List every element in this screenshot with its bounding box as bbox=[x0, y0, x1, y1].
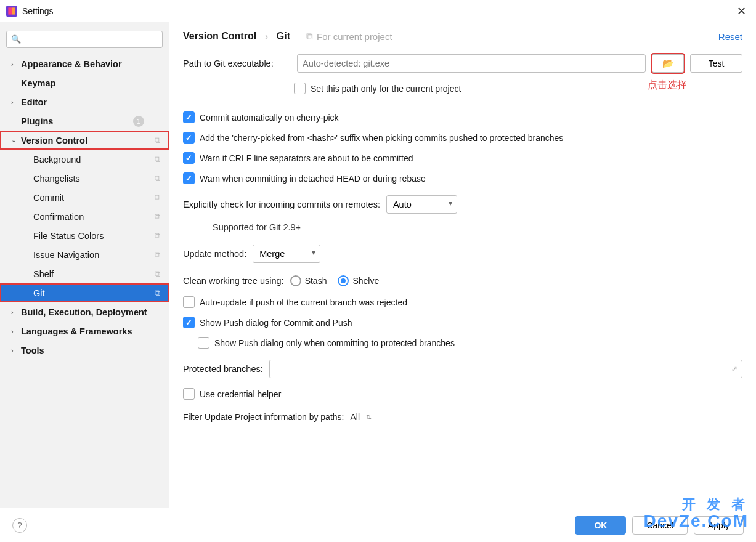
copy-icon: ⧉ bbox=[155, 231, 160, 241]
chevron-icon: › bbox=[11, 60, 18, 68]
explicit-label: Explicitly check for incoming commits on… bbox=[183, 200, 380, 209]
annotation-text: 点击选择 bbox=[648, 79, 687, 92]
tree-label: Languages & Frameworks bbox=[21, 326, 132, 336]
tree-label: Background bbox=[33, 155, 81, 164]
suffix-row: Add the 'cherry-picked from <hash>' suff… bbox=[183, 132, 742, 144]
tree-item-changelists[interactable]: Changelists⧉ bbox=[0, 169, 169, 188]
tree-label: Tools bbox=[21, 346, 44, 355]
tree-label: Shelf bbox=[33, 269, 54, 279]
suffix-checkbox[interactable] bbox=[183, 132, 195, 144]
browse-button[interactable]: 📂 bbox=[652, 54, 684, 73]
tree-item-build-execution-deployment[interactable]: ›Build, Execution, Deployment bbox=[0, 302, 169, 322]
explicit-row: Explicitly check for incoming commits on… bbox=[183, 195, 742, 214]
clean-tree-label: Clean working tree using: bbox=[183, 276, 284, 286]
tree-label: Issue Navigation bbox=[33, 250, 99, 260]
titlebar: Settings ✕ bbox=[0, 0, 756, 22]
chevron-icon: › bbox=[11, 347, 18, 354]
tree-item-issue-navigation[interactable]: Issue Navigation⧉ bbox=[0, 245, 169, 264]
autoupdate-checkbox[interactable] bbox=[183, 296, 195, 308]
test-button[interactable]: Test bbox=[690, 54, 742, 73]
tree-item-tools[interactable]: ›Tools bbox=[0, 341, 169, 360]
copy-icon: ⧉ bbox=[155, 250, 160, 260]
tree-label: Confirmation bbox=[33, 212, 84, 222]
git-path-label: Path to Git executable: bbox=[183, 59, 291, 68]
chevron-icon: › bbox=[11, 309, 18, 316]
tree-item-keymap[interactable]: Keymap bbox=[0, 73, 169, 92]
tree-label: Appearance & Behavior bbox=[21, 59, 122, 69]
crlf-row: Warn if CRLF line separators are about t… bbox=[183, 152, 742, 164]
expand-icon[interactable]: ⤢ bbox=[731, 365, 738, 373]
set-path-current-label: Set this path only for the current proje… bbox=[311, 84, 461, 94]
detached-label: Warn when committing in detached HEAD or… bbox=[200, 174, 426, 184]
tree-label: Editor bbox=[21, 97, 47, 107]
copy-icon: ⧉ bbox=[155, 212, 160, 222]
updown-icon[interactable]: ⇅ bbox=[366, 413, 372, 421]
app-icon bbox=[6, 6, 17, 17]
autoupdate-label: Auto-update if push of the current branc… bbox=[200, 297, 407, 307]
tree-item-confirmation[interactable]: Confirmation⧉ bbox=[0, 207, 169, 226]
filter-row: Filter Update Project information by pat… bbox=[183, 412, 742, 422]
filter-value[interactable]: All bbox=[350, 412, 360, 422]
search-wrap: 🔍 bbox=[0, 28, 169, 54]
folder-icon: 📂 bbox=[662, 58, 674, 69]
tree-item-commit[interactable]: Commit⧉ bbox=[0, 188, 169, 207]
tree-item-shelf[interactable]: Shelf⧉ bbox=[0, 264, 169, 283]
credhelper-label: Use credential helper bbox=[200, 389, 281, 399]
stash-label: Stash bbox=[305, 276, 327, 286]
scope-label: ⧉ For current project bbox=[306, 31, 392, 42]
tree-item-file-status-colors[interactable]: File Status Colors⧉ bbox=[0, 226, 169, 245]
tree-item-plugins[interactable]: Plugins1 bbox=[0, 111, 169, 131]
showpush-checkbox[interactable] bbox=[183, 317, 195, 328]
cherry-pick-checkbox[interactable] bbox=[183, 111, 195, 123]
protected-branches-input[interactable] bbox=[269, 360, 742, 378]
showpush-protected-checkbox[interactable] bbox=[198, 337, 209, 349]
tree-item-editor[interactable]: ›Editor bbox=[0, 92, 169, 111]
credhelper-row: Use credential helper bbox=[183, 388, 742, 400]
suffix-label: Add the 'cherry-picked from <hash>' suff… bbox=[200, 133, 563, 143]
detached-checkbox[interactable] bbox=[183, 172, 195, 184]
tree-item-git[interactable]: Git⧉ bbox=[0, 283, 169, 302]
git-path-row: Path to Git executable: 📂 Test bbox=[183, 54, 742, 73]
credhelper-checkbox[interactable] bbox=[183, 388, 195, 400]
reset-link[interactable]: Reset bbox=[718, 31, 742, 42]
tree-item-appearance-behavior[interactable]: ›Appearance & Behavior bbox=[0, 54, 169, 73]
breadcrumb-root[interactable]: Version Control bbox=[183, 31, 256, 42]
close-icon[interactable]: ✕ bbox=[733, 4, 750, 18]
update-method-select[interactable]: Merge bbox=[253, 245, 320, 263]
footer: ? OK Cancel Apply bbox=[0, 508, 756, 542]
copy-icon: ⧉ bbox=[155, 136, 160, 145]
copy-icon: ⧉ bbox=[155, 269, 160, 279]
help-button[interactable]: ? bbox=[12, 518, 27, 533]
copy-icon: ⧉ bbox=[155, 174, 160, 184]
tree-label: Version Control bbox=[21, 136, 87, 145]
shelve-radio[interactable] bbox=[338, 275, 349, 286]
set-path-current-checkbox[interactable] bbox=[294, 83, 306, 94]
badge: 1 bbox=[133, 116, 144, 127]
stash-radio[interactable] bbox=[290, 275, 301, 286]
explicit-select[interactable]: Auto bbox=[386, 195, 457, 214]
update-method-row: Update method: Merge bbox=[183, 245, 742, 263]
showpush-protected-label: Show Push dialog only when committing to… bbox=[214, 338, 455, 348]
cherry-pick-label: Commit automatically on cherry-pick bbox=[200, 113, 339, 123]
tree-item-version-control[interactable]: ⌄Version Control⧉ bbox=[0, 131, 169, 150]
tree-label: Keymap bbox=[21, 78, 55, 88]
crlf-checkbox[interactable] bbox=[183, 152, 195, 164]
detached-row: Warn when committing in detached HEAD or… bbox=[183, 172, 742, 184]
copy-icon: ⧉ bbox=[155, 193, 160, 203]
cancel-button[interactable]: Cancel bbox=[632, 516, 688, 535]
tree-item-languages-frameworks[interactable]: ›Languages & Frameworks bbox=[0, 322, 169, 341]
search-icon: 🔍 bbox=[11, 34, 21, 44]
search-input[interactable] bbox=[6, 31, 163, 48]
protected-branches-label: Protected branches: bbox=[183, 364, 263, 374]
protected-branches-row: Protected branches: ⤢ bbox=[183, 360, 742, 378]
showpush-row: Show Push dialog for Commit and Push bbox=[183, 317, 742, 328]
cherry-pick-row: Commit automatically on cherry-pick bbox=[183, 111, 742, 123]
git-path-input[interactable] bbox=[297, 54, 646, 73]
ok-button[interactable]: OK bbox=[575, 516, 626, 535]
tree-label: Commit bbox=[33, 193, 64, 203]
breadcrumb: Version Control › Git ⧉ For current proj… bbox=[183, 31, 742, 42]
tree-item-background[interactable]: Background⧉ bbox=[0, 150, 169, 169]
showpush-protected-row: Show Push dialog only when committing to… bbox=[198, 337, 742, 349]
update-method-label: Update method: bbox=[183, 249, 246, 259]
apply-button[interactable]: Apply bbox=[694, 516, 744, 535]
